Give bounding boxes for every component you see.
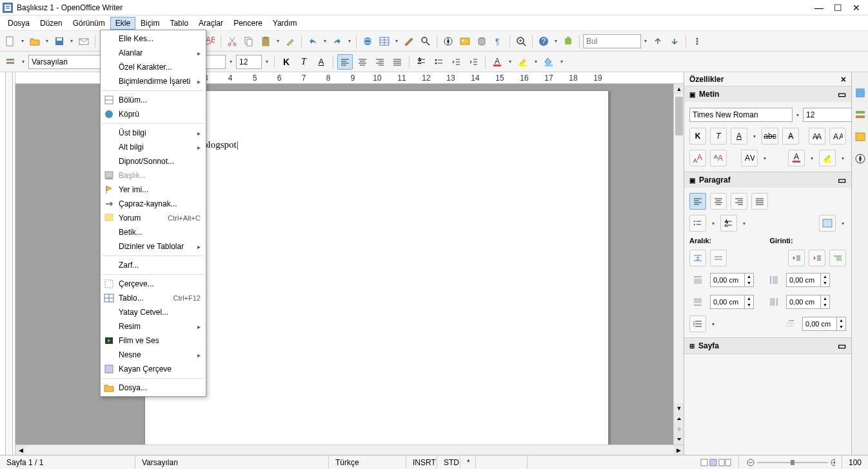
font-size-select[interactable]	[236, 55, 262, 69]
page[interactable]: blogspot	[144, 90, 609, 444]
gallery-button[interactable]	[457, 34, 473, 49]
panel-spacing-button[interactable]: AV	[741, 150, 758, 166]
maximize-button[interactable]: ☐	[834, 3, 842, 13]
dec-indent[interactable]	[809, 250, 825, 266]
font-color-dropdown[interactable]: ▾	[507, 54, 513, 70]
before-indent-input[interactable]: ▲▼	[786, 273, 830, 287]
dec-spacing[interactable]	[710, 250, 727, 266]
menu-araclar[interactable]: Araçlar	[193, 17, 228, 30]
undo-dropdown[interactable]: ▾	[322, 34, 328, 49]
menu-tablo[interactable]: Tablo	[164, 17, 193, 30]
table-button[interactable]	[377, 34, 392, 49]
panel-bgcolor[interactable]	[819, 215, 836, 232]
menu-item-bi-imlendirme-i-areti[interactable]: Biçimlendirme İşareti▸	[101, 74, 206, 88]
panel-sub-button[interactable]: AA	[710, 150, 727, 166]
save-button[interactable]	[52, 34, 67, 49]
status-lang[interactable]: Türkçe	[329, 455, 406, 469]
panel-numbering[interactable]: 12	[720, 215, 737, 232]
open-button[interactable]	[27, 34, 43, 49]
menu-bicim[interactable]: Biçim	[135, 17, 164, 30]
open-dropdown[interactable]: ▾	[44, 34, 50, 49]
highlight-dropdown[interactable]: ▾	[533, 54, 539, 70]
copy-button[interactable]	[241, 34, 257, 49]
table-dropdown[interactable]: ▾	[393, 34, 400, 49]
underline-button[interactable]: A	[313, 54, 329, 70]
minimize-button[interactable]: —	[814, 3, 824, 13]
menu-item-yatay-cetvel-[interactable]: Yatay Cetvel...	[101, 305, 206, 319]
menu-item-k-pr-[interactable]: Köprü	[101, 107, 206, 121]
find-button[interactable]	[418, 34, 433, 49]
menu-dosya[interactable]: Dosya	[3, 17, 35, 30]
save-dropdown[interactable]: ▾	[68, 34, 75, 49]
hanging-indent[interactable]	[829, 250, 846, 266]
nav-prev-icon[interactable]: ⏶	[674, 414, 684, 424]
nav-next-icon[interactable]: ⏷	[674, 434, 684, 444]
menu-item-nesne[interactable]: Nesne▸	[101, 348, 206, 362]
menu-item-yer-imi-[interactable]: Yer imi...	[101, 183, 206, 197]
menu-item-dipnot-sonnot-[interactable]: Dipnot/Sonnot...	[101, 154, 206, 168]
menu-item-kayan-er-eve[interactable]: Kayan Çerçeve	[101, 362, 206, 376]
status-modified[interactable]: *	[460, 455, 476, 469]
decrease-indent-button[interactable]	[448, 54, 464, 70]
navigator-button[interactable]	[440, 34, 456, 49]
tab-styles[interactable]	[854, 108, 867, 121]
status-style[interactable]: Varsayılan	[135, 455, 329, 469]
inc-indent[interactable]	[788, 250, 805, 266]
panel-align-justify[interactable]	[751, 193, 768, 210]
menu-gorunum[interactable]: Görünüm	[68, 17, 110, 30]
panel-highlight-button[interactable]	[819, 150, 836, 166]
highlight-button[interactable]	[515, 54, 531, 70]
panel-underline-button[interactable]: A	[731, 128, 747, 145]
menu-item-zarf-[interactable]: Zarf...	[101, 258, 206, 272]
section-paragraph-head[interactable]: ▣ Paragraf ▭	[684, 172, 851, 188]
find-prev-button[interactable]	[650, 34, 666, 49]
menu-item-elle-kes-[interactable]: Elle Kes...	[101, 32, 206, 46]
bullets-button[interactable]	[431, 54, 446, 70]
menu-item-yorum[interactable]: YorumCtrl+Alt+C	[101, 211, 206, 225]
bg-color-dropdown[interactable]: ▾	[558, 54, 565, 70]
help-button[interactable]: ?	[536, 34, 551, 49]
email-button[interactable]	[76, 34, 92, 49]
toolbar-options[interactable]	[689, 34, 705, 49]
styles-dropdown[interactable]: ▾	[20, 54, 26, 70]
zoom-button[interactable]	[513, 34, 529, 49]
show-draw-button[interactable]	[401, 34, 417, 49]
tab-properties[interactable]	[854, 86, 867, 99]
find-input[interactable]	[583, 34, 641, 48]
styles-button[interactable]	[3, 54, 18, 70]
align-center-button[interactable]	[355, 54, 370, 70]
zoom-slider[interactable]	[739, 455, 842, 469]
numbering-button[interactable]: 12	[413, 54, 429, 70]
panel-shrink-button[interactable]: AA	[829, 128, 846, 145]
size-selector-arrow[interactable]: ▾	[264, 54, 270, 70]
menu-item-tablo-[interactable]: Tablo...Ctrl+F12	[101, 291, 206, 305]
format-paintbrush-button[interactable]	[282, 34, 298, 49]
hyperlink-button[interactable]	[360, 34, 375, 49]
menu-item-resim[interactable]: Resim▸	[101, 319, 206, 334]
redo-dropdown[interactable]: ▾	[346, 34, 353, 49]
status-insert[interactable]: INSRT	[406, 455, 437, 469]
status-selection[interactable]: STD	[437, 455, 460, 469]
align-left-button[interactable]	[337, 54, 353, 70]
bg-color-button[interactable]	[541, 54, 557, 70]
panel-font-select[interactable]	[689, 108, 793, 122]
nav-select-icon[interactable]: ○	[674, 424, 684, 434]
above-spacing-input[interactable]: ▲▼	[710, 273, 754, 287]
scroll-down-icon[interactable]: ▼	[674, 403, 684, 414]
font-selector-arrow[interactable]: ▾	[228, 54, 234, 70]
panel-close-icon[interactable]: ×	[841, 74, 846, 85]
help-dropdown[interactable]: ▾	[553, 34, 559, 49]
view-layout[interactable]	[693, 455, 739, 469]
tab-navigator[interactable]	[854, 152, 867, 165]
datasources-button[interactable]	[474, 34, 489, 49]
below-spacing-input[interactable]: ▲▼	[710, 295, 754, 309]
menu-item-dosya-[interactable]: Dosya...	[101, 381, 206, 395]
horizontal-scrollbar[interactable]: ◀ ▶	[15, 444, 684, 455]
menu-item-alanlar[interactable]: Alanlar▸	[101, 46, 206, 60]
menu-pencere[interactable]: Pencere	[228, 17, 268, 30]
new-button[interactable]	[3, 34, 18, 49]
linespacing-button[interactable]	[689, 315, 706, 332]
menu-duzen[interactable]: Düzen	[35, 17, 68, 30]
nonprinting-button[interactable]: ¶	[491, 34, 506, 49]
panel-strike-button[interactable]: abc	[762, 128, 778, 145]
